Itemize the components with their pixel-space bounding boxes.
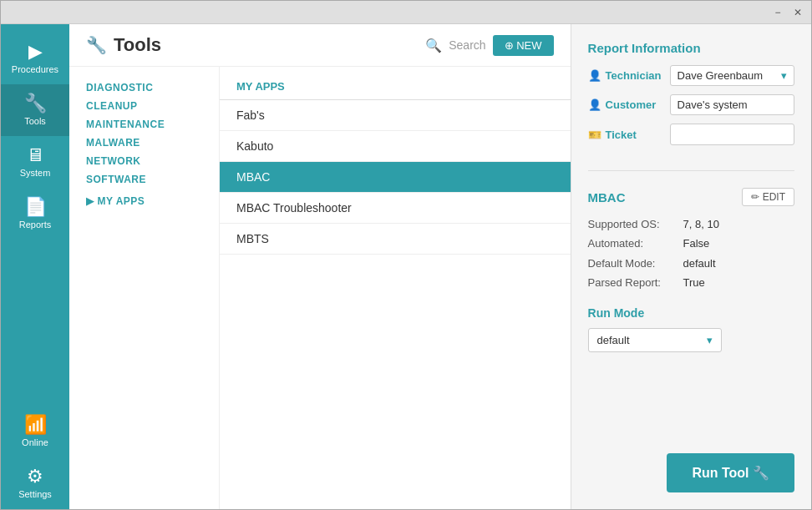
titlebar: − ✕ — [1, 1, 811, 24]
nav-item-malware[interactable]: MALWARE — [86, 135, 219, 150]
app-item-fabs[interactable]: Fab's — [220, 100, 571, 131]
parsed-report-label: Parsed Report: — [588, 273, 680, 292]
report-info-title: Report Information — [588, 41, 794, 55]
main-layout: ▶ Procedures 🔧 Tools 🖥 System 📄 Reports … — [1, 24, 811, 509]
sidebar-item-system[interactable]: 🖥 System — [1, 136, 69, 188]
wrench-icon: 🔧 — [86, 35, 107, 55]
nav-item-maintenance[interactable]: MAINTENANCE — [86, 117, 219, 132]
default-mode-value: default — [683, 254, 716, 273]
ticket-row: 🎫 Ticket — [588, 124, 794, 145]
technician-icon: 👤 — [588, 69, 601, 82]
customer-label: 👤 Customer — [588, 98, 663, 111]
toolbar-search: 🔍 Search ⊕ NEW — [425, 35, 553, 56]
technician-row: 👤 Technician Dave Greenbaum ▾ — [588, 65, 794, 86]
procedures-icon: ▶ — [28, 43, 43, 61]
automated-value: False — [683, 234, 710, 253]
run-tool-button[interactable]: Run Tool 🔧 — [667, 453, 794, 492]
sidebar-item-label-reports: Reports — [19, 220, 52, 230]
system-icon: 🖥 — [26, 146, 44, 164]
technician-label: 👤 Technician — [588, 69, 663, 82]
sidebar-item-label-settings: Settings — [18, 489, 52, 499]
technician-value: Dave Greenbaum — [678, 69, 764, 82]
mbac-section: MBAC ✏ EDIT Supported OS: 7, 8, 10 Autom… — [588, 188, 794, 293]
tools-icon: 🔧 — [24, 94, 47, 113]
sidebar-item-label-procedures: Procedures — [12, 64, 58, 74]
run-mode-chevron-icon: ▾ — [707, 334, 713, 346]
customer-icon: 👤 — [588, 98, 601, 111]
nav-item-diagnostic[interactable]: DIAGNOSTIC — [86, 80, 219, 95]
sidebar-item-label-tools: Tools — [24, 116, 46, 126]
supported-os-label: Supported OS: — [588, 215, 680, 234]
apps-panel: MY APPS Fab's Kabuto MBAC MBAC Troublesh… — [220, 67, 571, 509]
sidebar-item-procedures[interactable]: ▶ Procedures — [1, 33, 69, 84]
edit-button[interactable]: ✏ EDIT — [742, 188, 794, 206]
nav-item-network[interactable]: NETWORK — [86, 154, 219, 169]
technician-select[interactable]: Dave Greenbaum ▾ — [670, 65, 794, 86]
report-information-section: Report Information 👤 Technician Dave Gre… — [588, 41, 794, 154]
nav-item-cleanup[interactable]: CLEANUP — [86, 98, 219, 114]
parsed-report-value: True — [683, 273, 705, 292]
parsed-report-row: Parsed Report: True — [588, 273, 794, 292]
arrow-icon: ▶ — [86, 195, 94, 207]
sidebar-item-settings[interactable]: ⚙ Settings — [1, 457, 69, 509]
ticket-icon: 🎫 — [588, 129, 601, 141]
sidebar-item-label-online: Online — [22, 437, 48, 447]
app-item-kabuto[interactable]: Kabuto — [220, 131, 571, 162]
page-title: 🔧 Tools — [86, 34, 161, 56]
nav-list: DIAGNOSTIC CLEANUP MAINTENANCE MALWARE N… — [69, 67, 220, 509]
automated-row: Automated: False — [588, 234, 794, 253]
apps-section-title: MY APPS — [220, 80, 571, 100]
online-icon: 📶 — [24, 416, 47, 434]
nav-item-my-apps-label: MY APPS — [98, 195, 145, 207]
app-item-mbac[interactable]: MBAC — [220, 162, 571, 193]
app-item-mbac-troubleshooter[interactable]: MBAC Troubleshooter — [220, 193, 571, 224]
customer-row: 👤 Customer Dave's system — [588, 94, 794, 115]
run-mode-select[interactable]: default ▾ — [588, 328, 722, 352]
run-mode-title: Run Mode — [588, 306, 794, 320]
sidebar-item-label-system: System — [20, 168, 51, 178]
automated-label: Automated: — [588, 234, 680, 253]
mbac-title: MBAC — [588, 190, 626, 205]
new-button[interactable]: ⊕ NEW — [493, 35, 554, 56]
content-area: 🔧 Tools 🔍 Search ⊕ NEW DIAGNOSTIC CLEANU… — [69, 24, 811, 509]
mbac-header: MBAC ✏ EDIT — [588, 188, 794, 206]
right-panel: Report Information 👤 Technician Dave Gre… — [571, 24, 811, 509]
mbac-details: Supported OS: 7, 8, 10 Automated: False … — [588, 215, 794, 293]
sidebar-item-online[interactable]: 📶 Online — [1, 406, 69, 457]
minimize-button[interactable]: − — [771, 6, 784, 19]
ticket-label: 🎫 Ticket — [588, 129, 663, 141]
ticket-input[interactable] — [670, 124, 794, 145]
app-item-mbts[interactable]: MBTS — [220, 224, 571, 255]
supported-os-value: 7, 8, 10 — [683, 215, 719, 234]
left-panel: 🔧 Tools 🔍 Search ⊕ NEW DIAGNOSTIC CLEANU… — [69, 24, 571, 509]
two-col-layout: DIAGNOSTIC CLEANUP MAINTENANCE MALWARE N… — [69, 67, 571, 509]
run-mode-section: Run Mode default ▾ — [588, 306, 794, 352]
chevron-down-icon: ▾ — [781, 69, 787, 82]
supported-os-row: Supported OS: 7, 8, 10 — [588, 215, 794, 234]
nav-item-software[interactable]: SOFTWARE — [86, 172, 219, 187]
nav-item-my-apps[interactable]: ▶ MY APPS — [86, 194, 219, 209]
sidebar-item-tools[interactable]: 🔧 Tools — [1, 84, 69, 136]
app-window: − ✕ ▶ Procedures 🔧 Tools 🖥 System 📄 Repo… — [0, 0, 812, 510]
default-mode-row: Default Mode: default — [588, 254, 794, 273]
divider — [588, 170, 794, 171]
default-mode-label: Default Mode: — [588, 254, 680, 273]
customer-value: Dave's system — [670, 94, 794, 115]
reports-icon: 📄 — [24, 198, 47, 216]
run-mode-value: default — [597, 334, 630, 346]
settings-icon: ⚙ — [27, 467, 43, 486]
toolbar-title-text: Tools — [114, 34, 161, 56]
close-button[interactable]: ✕ — [791, 6, 804, 19]
search-label: Search — [449, 38, 485, 52]
sidebar: ▶ Procedures 🔧 Tools 🖥 System 📄 Reports … — [1, 24, 69, 509]
sidebar-item-reports[interactable]: 📄 Reports — [1, 188, 69, 240]
search-icon: 🔍 — [425, 38, 442, 53]
toolbar: 🔧 Tools 🔍 Search ⊕ NEW — [69, 24, 571, 67]
